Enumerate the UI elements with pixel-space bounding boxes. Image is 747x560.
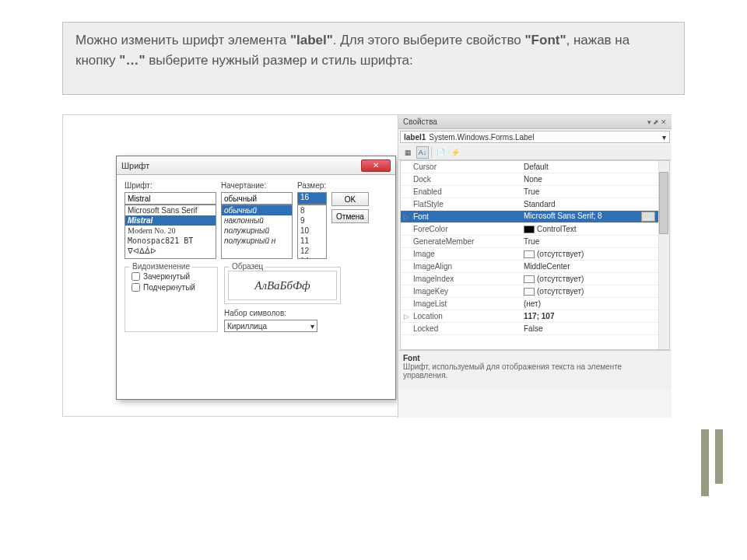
property-value[interactable]: (отсутствует) [521, 287, 669, 296]
scroll-thumb[interactable] [659, 172, 668, 234]
property-name: GenerateMember [412, 237, 521, 246]
chevron-down-icon: ▾ [310, 322, 314, 331]
property-row[interactable]: ▷Location117; 107 [401, 310, 669, 323]
font-label: Шрифт: [124, 181, 216, 190]
property-value[interactable]: (отсутствует) [521, 250, 669, 258]
property-row[interactable]: ImageAlignMiddleCenter [401, 261, 669, 273]
dialog-titlebar[interactable]: Шрифт ✕ [117, 156, 395, 175]
screenshot-area: Шрифт ✕ Шрифт: Microsoft Sans Serif Mist… [62, 114, 672, 417]
ellipsis-button[interactable]: … [641, 212, 655, 222]
expand-icon[interactable]: ▷ [401, 213, 412, 221]
chevron-down-icon: ▾ [662, 133, 666, 142]
property-row[interactable]: ImageList(нет) [401, 298, 669, 310]
charset-label: Набор символов: [224, 309, 341, 317]
property-value[interactable]: ControlText [521, 225, 669, 233]
property-value[interactable]: MiddleCenter [521, 262, 669, 271]
property-row[interactable]: ForeColorControlText [401, 223, 669, 236]
object-selector[interactable]: label1 System.Windows.Forms.Label ▾ [400, 131, 670, 143]
property-row[interactable]: LockedFalse [401, 323, 669, 335]
property-row[interactable]: ImageKey(отсутствует) [401, 285, 669, 298]
property-row[interactable]: CursorDefault [401, 161, 669, 173]
property-row[interactable]: Image(отсутствует) [401, 248, 669, 261]
decoration [701, 429, 709, 496]
properties-toolbar: ▦ A↓ 📄 ⚡ [398, 145, 672, 160]
list-item[interactable]: 12 [298, 246, 326, 256]
property-name: FlatStyle [412, 200, 521, 208]
cancel-button[interactable]: Отмена [331, 209, 369, 223]
property-value[interactable]: (отсутствует) [521, 275, 669, 283]
list-item[interactable]: 9 [298, 215, 326, 226]
property-name: ImageList [412, 299, 521, 308]
list-item[interactable]: Monospac821 BT [125, 236, 216, 246]
decoration [715, 429, 723, 484]
property-name: Image [412, 250, 521, 258]
property-value[interactable]: False [521, 324, 669, 333]
property-value[interactable]: 117; 107 [521, 312, 669, 320]
list-item[interactable]: ᐁᐊᐃᐄᐅ [125, 246, 216, 256]
property-row[interactable]: FlatStyleStandard [401, 198, 669, 211]
property-value[interactable]: None [521, 175, 669, 184]
strikeout-checkbox[interactable]: Зачеркнутый [132, 272, 211, 281]
property-name: ForeColor [412, 225, 521, 233]
expand-icon[interactable]: ▷ [401, 313, 412, 320]
property-value[interactable]: Standard [521, 200, 669, 208]
list-item[interactable]: Modern No. 20 [125, 226, 216, 236]
property-value[interactable]: True [521, 187, 669, 196]
ok-button[interactable]: OK [331, 192, 369, 206]
close-icon: ✕ [373, 161, 379, 170]
scrollbar[interactable] [658, 161, 669, 349]
close-icon[interactable]: ✕ [661, 118, 667, 126]
properties-grid[interactable]: CursorDefaultDockNoneEnabledTrueFlatStyl… [400, 160, 670, 350]
property-value[interactable]: Default [521, 163, 669, 171]
property-value[interactable]: True [521, 237, 669, 246]
properties-titlebar[interactable]: Свойства ▾⬈✕ [398, 115, 672, 129]
list-item[interactable]: обычный [222, 205, 292, 215]
list-item[interactable]: наклонный [222, 215, 292, 226]
effects-group-label: Видоизменение [130, 262, 192, 271]
list-item[interactable]: Mistral [125, 215, 216, 226]
property-name: Locked [412, 324, 521, 333]
style-list[interactable]: обычный наклонный полужирный полужирный … [221, 205, 293, 259]
property-name: ImageIndex [412, 275, 521, 283]
property-row[interactable]: GenerateMemberTrue [401, 236, 669, 248]
property-row[interactable]: DockNone [401, 173, 669, 186]
sample-group-label: Образец [230, 262, 265, 271]
list-item[interactable]: 8 [298, 205, 326, 215]
properties-panel: Свойства ▾⬈✕ label1 System.Windows.Forms… [398, 115, 672, 418]
underline-checkbox[interactable]: Подчеркнутый [132, 283, 211, 292]
property-name: Location [412, 312, 521, 320]
font-list[interactable]: Microsoft Sans Serif Mistral Modern No. … [124, 205, 216, 259]
property-name: Cursor [412, 163, 521, 171]
instruction-text: Можно изменить шрифт элемента "label". Д… [62, 22, 685, 95]
font-input[interactable] [124, 192, 216, 205]
list-item[interactable]: Microsoft Sans Serif [125, 205, 216, 215]
alphabetical-button[interactable]: A↓ [416, 146, 429, 159]
property-description: Font Шрифт, используемый для отображения… [398, 350, 672, 389]
style-input[interactable] [221, 192, 293, 205]
property-name: Enabled [412, 187, 521, 196]
list-item[interactable]: полужирный [222, 226, 292, 236]
list-item[interactable]: 11 [298, 236, 326, 246]
property-value[interactable]: (нет) [521, 299, 669, 308]
categorized-button[interactable]: ▦ [402, 146, 414, 159]
list-item[interactable]: полужирный н [222, 236, 292, 246]
style-label: Начертание: [221, 181, 293, 190]
property-row[interactable]: ▷FontMicrosoft Sans Serif; 8 … [401, 211, 669, 223]
list-item[interactable]: 10 [298, 226, 326, 236]
property-row[interactable]: ImageIndex(отсутствует) [401, 273, 669, 285]
property-name: Font [412, 212, 521, 221]
size-input[interactable]: 16 [297, 192, 327, 205]
events-button[interactable]: ⚡ [449, 146, 461, 159]
sample-preview: АлВаБбФф [228, 271, 337, 300]
pin-icon[interactable]: ⬈ [653, 118, 659, 126]
charset-select[interactable]: Кириллица ▾ [224, 320, 317, 332]
close-button[interactable]: ✕ [361, 159, 391, 172]
properties-button[interactable]: 📄 [434, 146, 447, 159]
property-name: Dock [412, 175, 521, 184]
property-value[interactable]: Microsoft Sans Serif; 8 … [521, 212, 669, 222]
size-label: Размер: [297, 181, 327, 190]
size-list[interactable]: 8 9 10 11 12 14 16 [297, 205, 327, 259]
dialog-title: Шрифт [121, 161, 149, 170]
dropdown-icon[interactable]: ▾ [647, 118, 651, 126]
property-row[interactable]: EnabledTrue [401, 186, 669, 198]
